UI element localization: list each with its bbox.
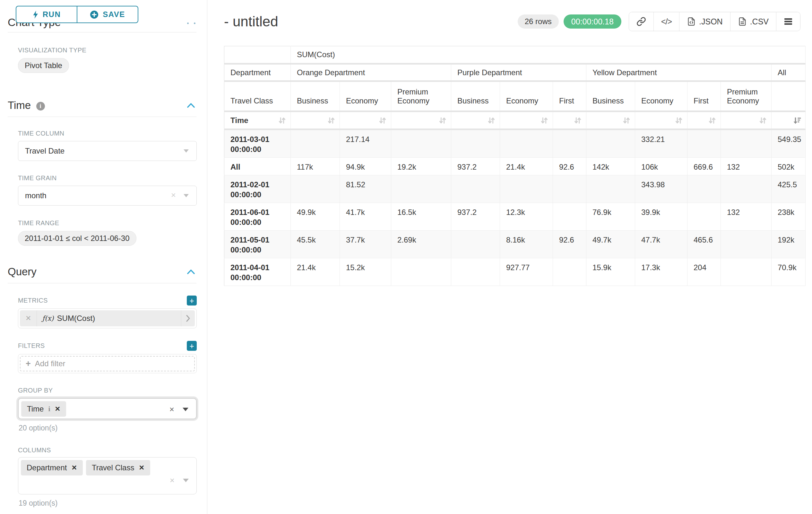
- column-header: Economy: [340, 81, 391, 111]
- add-filter-button[interactable]: + Add filter: [20, 356, 195, 371]
- column-sort-header[interactable]: [500, 111, 553, 130]
- pivot-cell: [391, 258, 451, 286]
- columns-select[interactable]: Department✕Travel Class✕ ×: [18, 457, 197, 494]
- pivot-cell: 15.2k: [340, 258, 391, 286]
- column-header: Premium Economy: [721, 81, 772, 111]
- clear-icon[interactable]: ×: [170, 476, 175, 485]
- table-row: All117k94.9k19.2k937.221.4k92.6142k106k6…: [224, 158, 806, 175]
- time-range-label: TIME RANGE: [18, 219, 197, 227]
- save-button[interactable]: SAVE: [77, 6, 138, 23]
- add-filter-plus-button[interactable]: +: [187, 341, 197, 351]
- control-panel: Chart Type RUN SAVE VISUALIZATION TYPE: [0, 0, 207, 514]
- pivot-cell: 142k: [586, 158, 635, 175]
- chevron-up-icon[interactable]: [187, 103, 195, 108]
- run-save-button-group: RUN SAVE: [16, 6, 138, 23]
- sort-icon: [487, 116, 496, 125]
- chevron-down-icon: [183, 150, 189, 153]
- column-sort-header[interactable]: [291, 111, 340, 130]
- row-label: 2011-06-01 00:00:00: [224, 203, 291, 231]
- chart-header-badges: 26 rows 00:00:00.18 </>: [518, 12, 801, 31]
- column-sort-header[interactable]: [553, 111, 586, 130]
- column-sort-header[interactable]: [391, 111, 451, 130]
- pivot-cell: 47.7k: [635, 231, 688, 258]
- field-chip[interactable]: Department✕: [21, 460, 83, 476]
- info-icon[interactable]: i: [36, 102, 45, 110]
- column-header: Business: [451, 81, 500, 111]
- metric-chip[interactable]: ✕ ƒ(x) SUM(Cost): [20, 310, 195, 326]
- pivot-cell: 76.9k: [586, 203, 635, 231]
- row-label: All: [224, 158, 291, 175]
- pivot-cell: [291, 175, 340, 203]
- info-icon[interactable]: i: [48, 405, 50, 413]
- row-axis-sort-header[interactable]: Time: [224, 111, 291, 130]
- export-json-button[interactable]: .JSON: [679, 12, 730, 31]
- column-sort-header[interactable]: [635, 111, 688, 130]
- sort-icon: [278, 116, 287, 125]
- pivot-cell: [688, 130, 721, 158]
- pivot-cell: [553, 130, 586, 158]
- chevron-right-icon[interactable]: [181, 310, 195, 326]
- pivot-table: SUM(Cost)DepartmentOrange DepartmentPurp…: [224, 46, 806, 286]
- field-chip[interactable]: Travel Class✕: [86, 460, 150, 476]
- pivot-cell: 937.2: [451, 203, 500, 231]
- table-row: 2011-02-01 00:00:0081.52343.98425.5: [224, 175, 806, 203]
- menu-button[interactable]: [776, 12, 800, 31]
- json-file-icon: [687, 17, 696, 26]
- remove-chip-icon[interactable]: ✕: [55, 405, 61, 413]
- clear-icon[interactable]: ×: [170, 404, 174, 414]
- section-divider: [8, 283, 196, 283]
- column-sort-header[interactable]: [721, 111, 772, 130]
- pivot-cell: 49.9k: [291, 203, 340, 231]
- remove-chip-icon[interactable]: ✕: [139, 464, 144, 471]
- run-button[interactable]: RUN: [16, 6, 77, 23]
- column-header: Business: [586, 81, 635, 111]
- view-query-button[interactable]: </>: [654, 12, 679, 31]
- function-icon: ƒ(x): [42, 315, 54, 322]
- column-header: Economy: [635, 81, 688, 111]
- add-metric-button[interactable]: +: [187, 296, 197, 305]
- column-sort-header[interactable]: [451, 111, 500, 130]
- pivot-cell: 37.7k: [340, 231, 391, 258]
- field-chip[interactable]: Timei✕: [21, 401, 66, 417]
- pivot-cell: [451, 175, 500, 203]
- group-by-select[interactable]: Timei✕ ×: [18, 398, 197, 419]
- time-column-select[interactable]: Travel Date: [18, 141, 197, 161]
- pivot-cell: [391, 130, 451, 158]
- filters-container: + Add filter: [18, 354, 197, 373]
- csv-file-icon: [738, 17, 747, 26]
- visualization-type-pill[interactable]: Pivot Table: [18, 58, 69, 73]
- sort-icon: [573, 116, 582, 125]
- plus-circle-icon: [90, 10, 98, 19]
- column-sort-header[interactable]: [586, 111, 635, 130]
- query-section-title: Query: [8, 266, 37, 278]
- chip-label: Time: [27, 404, 44, 413]
- export-csv-button[interactable]: .CSV: [730, 12, 776, 31]
- corner-cell: [224, 46, 291, 64]
- column-sort-header[interactable]: [772, 111, 806, 130]
- remove-chip-icon[interactable]: ✕: [71, 464, 77, 471]
- pivot-cell: 204: [688, 258, 721, 286]
- chevron-up-icon[interactable]: [187, 269, 195, 274]
- export-toolbar: </> .JSON: [629, 12, 801, 31]
- column-sort-header[interactable]: [340, 111, 391, 130]
- pivot-cell: 19.2k: [391, 158, 451, 175]
- sort-icon: [622, 116, 631, 125]
- share-link-button[interactable]: [629, 12, 654, 31]
- pivot-cell: 549.35: [772, 130, 806, 158]
- metric-chip-label: SUM(Cost): [57, 314, 181, 323]
- column-sort-header[interactable]: [688, 111, 721, 130]
- metrics-container: ✕ ƒ(x) SUM(Cost): [18, 308, 197, 328]
- pivot-cell: 192k: [772, 231, 806, 258]
- time-grain-label: TIME GRAIN: [18, 174, 197, 182]
- time-range-pill[interactable]: 2011-01-01 ≤ col < 2011-06-30: [18, 231, 137, 246]
- pivot-cell: [721, 130, 772, 158]
- remove-metric-icon[interactable]: ✕: [20, 310, 37, 326]
- pivot-cell: [688, 203, 721, 231]
- panel-resize-handle[interactable]: [187, 23, 196, 24]
- time-grain-select[interactable]: month ×: [18, 186, 197, 206]
- link-icon: [636, 17, 646, 26]
- chart-title[interactable]: - untitled: [224, 13, 278, 30]
- metric-header-row: SUM(Cost): [224, 46, 806, 64]
- clear-icon[interactable]: ×: [171, 190, 176, 200]
- pivot-cell: 41.7k: [340, 203, 391, 231]
